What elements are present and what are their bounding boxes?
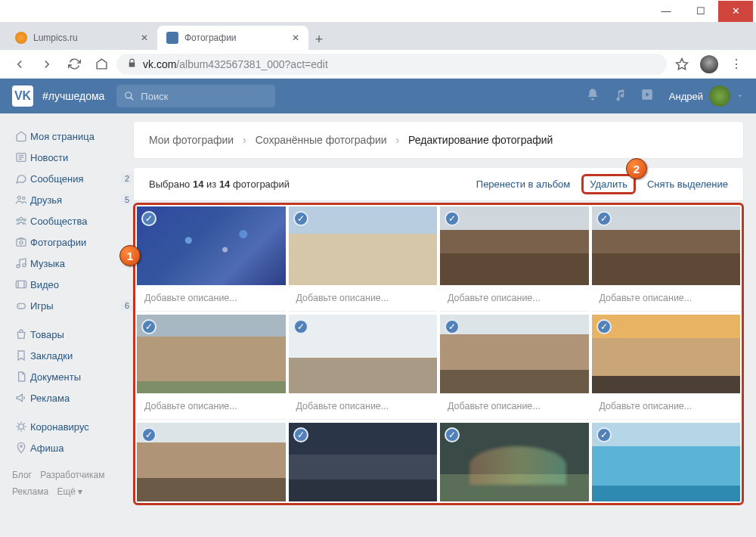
sidebar-item-music[interactable]: Музыка — [12, 253, 133, 274]
photo-thumbnail[interactable]: ✓ — [137, 206, 286, 285]
footer-link[interactable]: Блог — [12, 470, 32, 480]
delete-button[interactable]: Удалить 2 — [581, 174, 636, 194]
selected-check-icon[interactable]: ✓ — [445, 211, 460, 226]
photo-description-input[interactable]: Добавьте описание... — [592, 285, 741, 312]
sidebar-item-msg[interactable]: Сообщения2 — [12, 168, 133, 189]
sidebar-item-home[interactable]: Моя страница — [12, 126, 133, 147]
photo-thumbnail[interactable]: ✓ — [137, 423, 286, 501]
sidebar-item-news[interactable]: Новости — [12, 147, 133, 168]
photo-thumbnail[interactable]: ✓ — [592, 315, 741, 393]
sidebar-item-groups[interactable]: Сообщества — [12, 210, 133, 231]
sidebar-item-friends[interactable]: Друзья5 — [12, 189, 133, 210]
photo-description-input[interactable]: Добавьте описание... — [592, 393, 741, 420]
photo-thumbnail[interactable]: ✓ — [440, 206, 589, 285]
vk-logo[interactable]: VK — [12, 85, 33, 107]
photo-card[interactable]: ✓Добавьте описание... — [289, 315, 438, 420]
new-tab-button[interactable]: + — [308, 29, 330, 50]
photo-card[interactable]: ✓Добавьте описание... — [137, 315, 286, 420]
back-button[interactable] — [8, 52, 32, 76]
selected-check-icon[interactable]: ✓ — [293, 319, 308, 334]
selected-check-icon[interactable]: ✓ — [141, 427, 156, 442]
sidebar-item-market[interactable]: Товары — [12, 324, 133, 345]
photo-description-input[interactable]: Добавьте описание... — [289, 393, 438, 420]
reload-button[interactable] — [62, 52, 86, 76]
photo-card[interactable]: ✓Добавьте описание... — [440, 315, 589, 420]
tab-close-icon[interactable]: ✕ — [141, 33, 148, 43]
selected-check-icon[interactable]: ✓ — [445, 427, 460, 442]
window-minimize[interactable]: — — [649, 1, 683, 22]
window-close[interactable]: ✕ — [718, 1, 753, 22]
photo-thumbnail[interactable]: ✓ — [289, 206, 438, 285]
crumb-current: Редактирование фотографий — [408, 134, 553, 146]
sidebar-item-event[interactable]: Афиша — [12, 437, 133, 458]
photo-card[interactable]: ✓ — [289, 423, 438, 501]
photo-description-input[interactable]: Добавьте описание... — [289, 285, 438, 312]
crumb-saved-photos[interactable]: Сохранённые фотографии — [256, 134, 387, 146]
profile-avatar[interactable] — [697, 52, 721, 76]
photo-thumbnail[interactable]: ✓ — [137, 315, 286, 393]
play-icon[interactable] — [640, 88, 654, 104]
selected-check-icon[interactable]: ✓ — [596, 319, 612, 334]
virus-icon — [12, 421, 30, 433]
sidebar-item-label: Музыка — [30, 258, 133, 269]
tab-lumpics[interactable]: Lumpics.ru ✕ — [6, 26, 157, 50]
home-button[interactable] — [89, 52, 113, 76]
footer-link[interactable]: Реклама — [12, 486, 48, 497]
crumb-my-photos[interactable]: Мои фотографии — [149, 134, 234, 146]
music-icon[interactable] — [613, 88, 627, 104]
photo-card[interactable]: ✓ — [592, 423, 741, 501]
bookmark-star-icon[interactable] — [670, 52, 694, 76]
photo-description-input[interactable]: Добавьте описание... — [137, 393, 286, 420]
svg-point-8 — [23, 219, 26, 221]
forward-button[interactable] — [35, 52, 59, 76]
selected-check-icon[interactable]: ✓ — [293, 427, 308, 442]
photo-description-input[interactable]: Добавьте описание... — [137, 285, 286, 312]
selected-check-icon[interactable]: ✓ — [141, 319, 156, 334]
url-path: /album432567381_000?act=edit — [176, 58, 327, 70]
bell-icon[interactable] — [586, 88, 600, 104]
sidebar-item-video[interactable]: Видео — [12, 274, 133, 295]
photo-description-input[interactable]: Добавьте описание... — [440, 393, 589, 420]
footer-link[interactable]: Ещё ▾ — [57, 486, 82, 497]
music-icon — [12, 257, 30, 269]
photo-thumbnail[interactable]: ✓ — [440, 315, 589, 393]
photo-thumbnail[interactable]: ✓ — [440, 423, 589, 501]
tab-title: Lumpics.ru — [33, 33, 135, 43]
photo-card[interactable]: ✓ — [440, 423, 589, 501]
tab-close-icon[interactable]: ✕ — [292, 33, 299, 43]
url-input[interactable]: vk.com/album432567381_000?act=edit — [116, 54, 667, 75]
photo-card[interactable]: ✓Добавьте описание... — [440, 206, 589, 312]
move-to-album-button[interactable]: Перенести в альбом — [476, 178, 571, 190]
lock-icon — [127, 58, 137, 70]
sidebar-item-docs[interactable]: Документы — [12, 366, 133, 387]
user-menu[interactable]: Андрей — [669, 85, 744, 107]
selected-check-icon[interactable]: ✓ — [596, 211, 612, 226]
photo-card[interactable]: ✓ — [137, 423, 286, 501]
clear-selection-button[interactable]: Снять выделение — [647, 178, 728, 190]
sidebar-item-virus[interactable]: Коронавирус — [12, 416, 133, 437]
photo-thumbnail[interactable]: ✓ — [289, 315, 438, 393]
selected-check-icon[interactable]: ✓ — [445, 319, 460, 334]
footer-link[interactable]: Разработчикам — [40, 470, 104, 480]
photo-thumbnail[interactable]: ✓ — [289, 423, 438, 501]
photo-card[interactable]: ✓Добавьте описание... — [289, 206, 438, 312]
photo-thumbnail[interactable]: ✓ — [592, 206, 741, 285]
photo-card[interactable]: ✓Добавьте описание... — [592, 206, 741, 312]
window-maximize[interactable]: ☐ — [683, 1, 718, 22]
tab-photos[interactable]: Фотографии ✕ — [157, 26, 308, 50]
breadcrumb: Мои фотографии › Сохранённые фотографии … — [133, 121, 744, 159]
browser-menu-icon[interactable]: ⋮ — [724, 52, 748, 76]
sidebar-item-photo[interactable]: Фотографии — [12, 231, 133, 253]
photo-description-input[interactable]: Добавьте описание... — [440, 285, 589, 312]
selected-check-icon[interactable]: ✓ — [141, 211, 156, 226]
search-input[interactable]: Поиск — [116, 85, 275, 107]
selected-check-icon[interactable]: ✓ — [596, 427, 612, 442]
sidebar-item-bookmark[interactable]: Закладки — [12, 345, 133, 366]
sidebar-item-games[interactable]: Игры6 — [12, 295, 133, 316]
photo-card[interactable]: ✓Добавьте описание... — [137, 206, 286, 312]
sidebar-item-ads[interactable]: Реклама — [12, 387, 133, 408]
photo-card[interactable]: ✓Добавьте описание... — [592, 315, 741, 420]
vk-hashtag[interactable]: #лучшедома — [42, 90, 104, 102]
selected-check-icon[interactable]: ✓ — [293, 211, 308, 226]
photo-thumbnail[interactable]: ✓ — [592, 423, 741, 501]
